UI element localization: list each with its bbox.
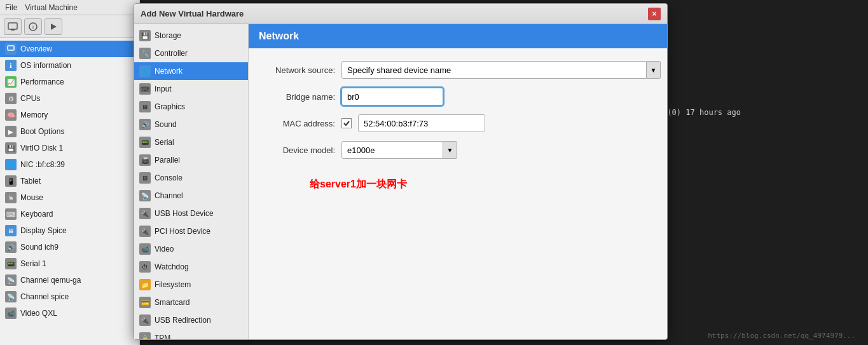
dlg-serial-icon: 📟 bbox=[139, 137, 151, 148]
dialog-title: Add New Virtual Hardware bbox=[141, 9, 244, 18]
input-icon: ⌨ bbox=[139, 83, 151, 95]
add-hardware-dialog: Add New Virtual Hardware × 💾 Storage 🔧 C… bbox=[134, 3, 668, 340]
dialog-left-panel: 💾 Storage 🔧 Controller 🌐 Network ⌨ Input… bbox=[134, 24, 249, 339]
sidebar-item-video-qxl[interactable]: 📹 Video QXL bbox=[0, 305, 139, 321]
dlg-item-pci-host[interactable]: 🔌 PCI Host Device bbox=[134, 222, 248, 240]
svg-rect-1 bbox=[11, 29, 15, 30]
device-model-container: ▼ bbox=[341, 141, 457, 159]
dlg-item-serial[interactable]: 📟 Serial bbox=[134, 133, 248, 151]
channel-spice-icon: 📡 bbox=[5, 291, 17, 302]
bridge-name-label: Bridge name: bbox=[259, 92, 335, 102]
performance-icon: 📈 bbox=[5, 76, 17, 88]
sidebar-item-cpus[interactable]: ⚙ CPUs bbox=[0, 90, 139, 107]
mac-address-checkbox[interactable] bbox=[341, 118, 352, 128]
bridge-name-row: Bridge name: bbox=[259, 88, 657, 105]
sidebar-item-display-spice[interactable]: 🖥 Display Spice bbox=[0, 222, 139, 239]
mouse-icon: 🖱 bbox=[5, 192, 17, 203]
sidebar-item-boot-options[interactable]: ▶ Boot Options bbox=[0, 123, 139, 140]
dlg-item-graphics[interactable]: 🖥 Graphics bbox=[134, 98, 248, 116]
sidebar-item-tablet[interactable]: 📱 Tablet bbox=[0, 173, 139, 189]
dlg-item-parallel[interactable]: 📠 Parallel bbox=[134, 151, 248, 169]
dlg-item-channel[interactable]: 📡 Channel bbox=[134, 187, 248, 205]
menu-virtual-machine[interactable]: Virtual Machine bbox=[25, 3, 78, 12]
sidebar-item-sound-ich9[interactable]: 🔊 Sound ich9 bbox=[0, 239, 139, 255]
toolbar-play-btn[interactable] bbox=[45, 18, 62, 35]
channel-qemu-icon: 📡 bbox=[5, 274, 17, 286]
mac-address-label: MAC address: bbox=[259, 119, 335, 128]
vm-sidebar: Overview ℹ OS information 📈 Performance … bbox=[0, 38, 139, 345]
svg-text:i: i bbox=[32, 24, 34, 30]
sidebar-item-os-info[interactable]: ℹ OS information bbox=[0, 57, 139, 74]
pci-host-icon: 🔌 bbox=[139, 226, 151, 237]
device-model-dropdown-arrow[interactable]: ▼ bbox=[443, 141, 457, 159]
network-source-container: Specify shared device name ▼ bbox=[341, 61, 661, 79]
nic-icon: 🌐 bbox=[5, 159, 17, 170]
dlg-item-storage[interactable]: 💾 Storage bbox=[134, 27, 248, 44]
sidebar-item-performance[interactable]: 📈 Performance bbox=[0, 74, 139, 90]
dlg-item-sound[interactable]: 🔊 Sound bbox=[134, 116, 248, 133]
dlg-item-input[interactable]: ⌨ Input bbox=[134, 80, 248, 98]
dlg-item-watchdog[interactable]: ⏱ Watchdog bbox=[134, 258, 248, 276]
bridge-name-input[interactable] bbox=[341, 88, 443, 105]
os-info-icon: ℹ bbox=[5, 60, 17, 71]
device-model-input[interactable] bbox=[341, 141, 443, 159]
sidebar-item-mouse[interactable]: 🖱 Mouse bbox=[0, 189, 139, 206]
network-source-row: Network source: Specify shared device na… bbox=[259, 61, 657, 79]
sidebar-item-channel-qemu[interactable]: 📡 Channel qemu-ga bbox=[0, 272, 139, 288]
svg-rect-0 bbox=[8, 23, 17, 29]
tablet-icon: 📱 bbox=[5, 175, 17, 187]
panel-header: Network bbox=[249, 24, 667, 48]
virt-manager-window: File Virtual Machine i Overview ℹ OS inf… bbox=[0, 0, 140, 345]
dialog-close-button[interactable]: × bbox=[648, 8, 661, 20]
dlg-item-usb-redir[interactable]: 🔌 USB Redirection bbox=[134, 311, 248, 329]
sidebar-item-virtio-disk[interactable]: 💾 VirtIO Disk 1 bbox=[0, 140, 139, 156]
network-source-select[interactable]: Specify shared device name bbox=[341, 61, 647, 79]
dlg-item-network[interactable]: 🌐 Network bbox=[134, 62, 248, 80]
panel-content: Network source: Specify shared device na… bbox=[249, 48, 667, 339]
vm-menubar: File Virtual Machine bbox=[0, 0, 139, 15]
toolbar-monitor-btn[interactable] bbox=[4, 18, 22, 35]
dlg-item-smartcard[interactable]: 💳 Smartcard bbox=[134, 294, 248, 311]
dlg-item-usb-host[interactable]: 🔌 USB Host Device bbox=[134, 205, 248, 222]
sidebar-item-overview[interactable]: Overview bbox=[0, 41, 139, 57]
device-model-row: Device model: ▼ bbox=[259, 141, 657, 159]
cpu-icon: ⚙ bbox=[5, 93, 17, 104]
network-source-dropdown-arrow[interactable]: ▼ bbox=[647, 61, 661, 79]
serial-icon: 📟 bbox=[5, 258, 17, 269]
filesystem-icon: 📁 bbox=[139, 279, 151, 290]
usb-host-icon: 🔌 bbox=[139, 208, 151, 219]
graphics-icon: 🖥 bbox=[139, 101, 151, 112]
tpm-icon: 🔒 bbox=[139, 332, 151, 339]
smartcard-icon: 💳 bbox=[139, 297, 151, 308]
disk-icon: 💾 bbox=[5, 142, 17, 154]
dialog-body: 💾 Storage 🔧 Controller 🌐 Network ⌨ Input… bbox=[134, 24, 667, 339]
console-icon: 🖥 bbox=[139, 172, 151, 184]
sidebar-item-serial1[interactable]: 📟 Serial 1 bbox=[0, 255, 139, 272]
sidebar-item-memory[interactable]: 🧠 Memory bbox=[0, 107, 139, 123]
sidebar-item-channel-spice[interactable]: 📡 Channel spice bbox=[0, 288, 139, 305]
device-model-label: Device model: bbox=[259, 145, 335, 155]
keyboard-icon: ⌨ bbox=[5, 208, 17, 220]
dlg-item-tpm[interactable]: 🔒 TPM bbox=[134, 329, 248, 339]
annotation-text: 给server1加一块网卡 bbox=[310, 178, 657, 191]
sidebar-item-keyboard[interactable]: ⌨ Keyboard bbox=[0, 206, 139, 222]
dlg-item-filesystem[interactable]: 📁 Filesystem bbox=[134, 276, 248, 294]
usb-redir-icon: 🔌 bbox=[139, 315, 151, 326]
dlg-item-video[interactable]: 📹 Video bbox=[134, 240, 248, 258]
dlg-item-console[interactable]: 🖥 Console bbox=[134, 169, 248, 187]
overview-icon bbox=[5, 43, 17, 55]
menu-file[interactable]: File bbox=[5, 3, 17, 12]
dlg-item-controller[interactable]: 🔧 Controller bbox=[134, 44, 248, 62]
dlg-channel-icon: 📡 bbox=[139, 190, 151, 201]
boot-icon: ▶ bbox=[5, 126, 17, 137]
storage-icon: 💾 bbox=[139, 30, 151, 41]
mac-address-input[interactable] bbox=[358, 114, 485, 132]
toolbar-info-btn[interactable]: i bbox=[24, 18, 42, 35]
display-icon: 🖥 bbox=[5, 225, 17, 236]
video-icon: 📹 bbox=[5, 308, 17, 319]
watchdog-icon: ⏱ bbox=[139, 261, 151, 273]
dialog-right-panel: Network Network source: Specify shared d… bbox=[249, 24, 667, 339]
sidebar-item-nic[interactable]: 🌐 NIC :bf:c8:39 bbox=[0, 156, 139, 173]
network-icon: 🌐 bbox=[139, 65, 151, 77]
parallel-icon: 📠 bbox=[139, 154, 151, 166]
